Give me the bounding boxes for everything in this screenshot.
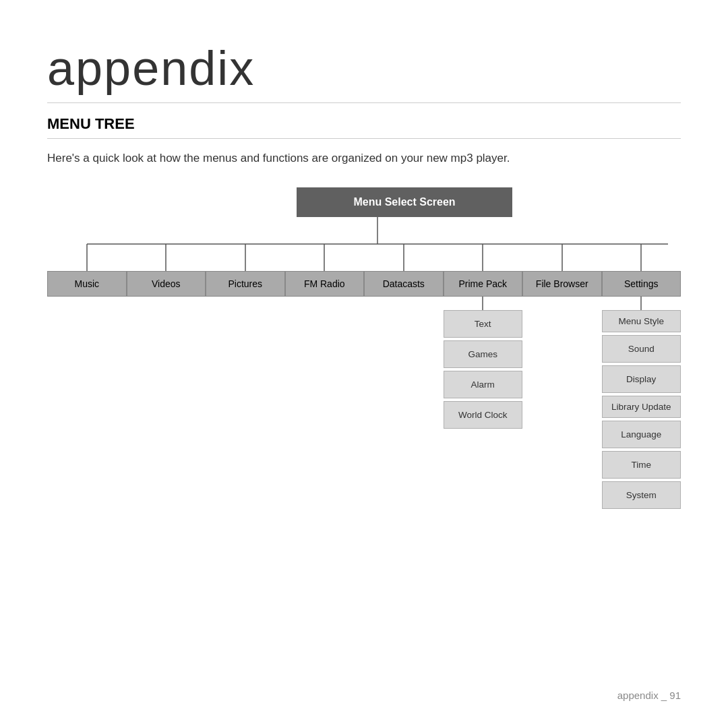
child-system: System bbox=[602, 481, 681, 509]
child-sound: Sound bbox=[602, 335, 681, 363]
root-node: Menu Select Screen bbox=[297, 187, 512, 217]
level2-row: Text Games Alarm World Clock Menu Style … bbox=[47, 310, 681, 509]
level1-primepack: Prime Pack bbox=[444, 271, 523, 297]
tree-connectors-svg bbox=[47, 217, 681, 271]
child-menustyle: Menu Style bbox=[602, 310, 681, 332]
spacer-1 bbox=[127, 310, 206, 509]
child-time: Time bbox=[602, 451, 681, 479]
menu-tree-diagram: Menu Select Screen Music Videos Pictur bbox=[47, 187, 681, 509]
title-section: appendix bbox=[47, 40, 681, 103]
spacer-4 bbox=[364, 310, 444, 509]
child-libraryupdate: Library Update bbox=[602, 396, 681, 418]
page-container: appendix MENU TREE Here's a quick look a… bbox=[0, 0, 728, 549]
spacer-2 bbox=[206, 310, 285, 509]
level1-datacasts: Datacasts bbox=[364, 271, 444, 297]
child-worldclock: World Clock bbox=[444, 401, 523, 429]
level1-music: Music bbox=[47, 271, 127, 297]
level1-videos: Videos bbox=[127, 271, 206, 297]
level1-fmradio: FM Radio bbox=[285, 271, 365, 297]
child-alarm: Alarm bbox=[444, 371, 523, 398]
child-display: Display bbox=[602, 365, 681, 393]
prime-pack-children: Text Games Alarm World Clock bbox=[444, 310, 523, 509]
child-text: Text bbox=[444, 310, 523, 338]
page-title: appendix bbox=[47, 40, 681, 96]
level1-row: Music Videos Pictures FM Radio Datacasts… bbox=[47, 271, 681, 297]
root-row: Menu Select Screen bbox=[88, 187, 721, 217]
level1-settings: Settings bbox=[602, 271, 681, 297]
spacer-6 bbox=[522, 310, 602, 509]
child-language: Language bbox=[602, 421, 681, 448]
section-title: MENU TREE bbox=[47, 115, 681, 133]
level2-connectors-svg bbox=[47, 297, 681, 310]
settings-children: Menu Style Sound Display Library Update … bbox=[602, 310, 681, 509]
level1-filebrowser: File Browser bbox=[522, 271, 602, 297]
section-divider bbox=[47, 138, 681, 139]
description-text: Here's a quick look at how the menus and… bbox=[47, 150, 681, 167]
level1-pictures: Pictures bbox=[206, 271, 285, 297]
spacer-3 bbox=[285, 310, 365, 509]
child-games: Games bbox=[444, 340, 523, 368]
footer-text: appendix _ 91 bbox=[617, 690, 681, 701]
spacer-0 bbox=[47, 310, 127, 509]
